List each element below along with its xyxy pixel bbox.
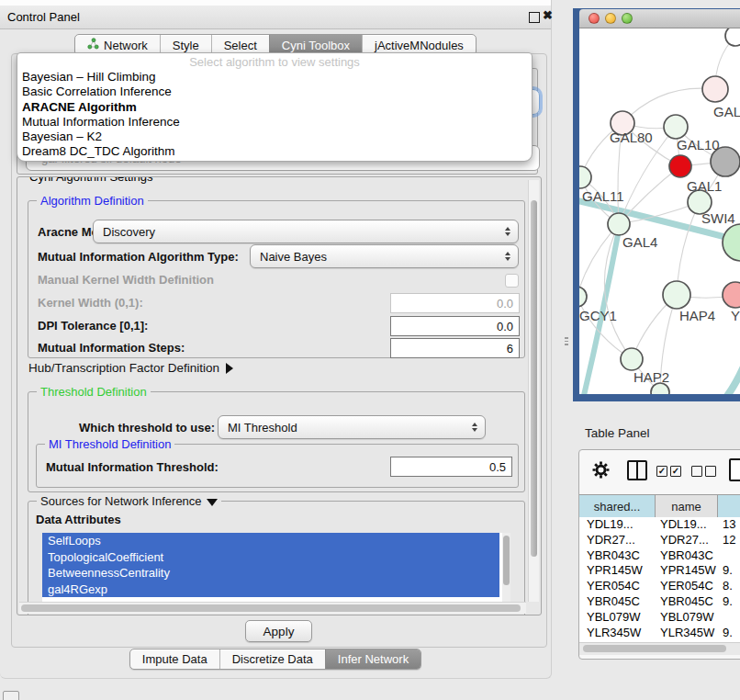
algorithm-option-bayesian-k2[interactable]: Bayesian – K2 [17, 130, 532, 144]
algorithm-dropdown-popup: Select algorithm to view settings Bayesi… [17, 52, 533, 162]
hub-transcription-label: Hub/Transcription Factor Definition [28, 361, 219, 375]
bottom-tab-discretize-data-label: Discretize Data [232, 652, 313, 666]
sources-legend[interactable]: Sources for Network Inference [37, 494, 221, 508]
settings-vertical-scrollbar[interactable] [528, 180, 539, 602]
settings-hscroll-thumb[interactable] [21, 604, 521, 612]
node-gal4-label: GAL4 [622, 234, 657, 250]
node-gal10[interactable] [664, 115, 688, 139]
node-hap2[interactable] [621, 348, 643, 370]
close-icon[interactable]: ✖ [543, 8, 553, 22]
panel-divider-grip[interactable] [564, 337, 569, 346]
table-row-yer054c[interactable]: YER054CYER054C8. [579, 579, 740, 594]
apply-button[interactable]: Apply [245, 620, 312, 642]
cell-value: 12 [723, 533, 740, 548]
unchecked-checkbox-icon[interactable] [691, 466, 702, 477]
dpi-tolerance-field[interactable]: 0.0 [390, 316, 520, 336]
cell-shared-name: YPR145W [587, 563, 655, 579]
settings-vscroll-thumb[interactable] [531, 200, 537, 557]
mi-steps-field[interactable]: 6 [390, 338, 520, 358]
collapsed-arrow-icon [226, 363, 233, 374]
dpi-tolerance-label: DPI Tolerance [0,1]: [38, 319, 148, 333]
mi-type-combo[interactable]: Naive Bayes [250, 244, 519, 268]
mi-threshold-field[interactable]: 0.5 [390, 457, 512, 477]
columns-icon[interactable] [627, 460, 647, 480]
node-gal1[interactable] [669, 155, 691, 177]
attributes-scrollbar[interactable] [502, 533, 510, 604]
cell-value: 9. [723, 594, 740, 610]
expanded-arrow-icon [207, 499, 218, 506]
node-top-partial[interactable] [725, 28, 740, 46]
cell-value: 8. [723, 579, 740, 594]
algorithm-option-dream8-dc-tdc-algorithm[interactable]: Dream8 DC_TDC Algorithm [17, 144, 532, 159]
minimize-traffic-light[interactable] [605, 13, 616, 24]
node-gal-top[interactable] [702, 76, 728, 102]
column-header-shared[interactable]: shared... [579, 495, 656, 518]
table-row-ybr043c[interactable]: YBR043CYBR043C [579, 548, 740, 564]
network-window-titlebar[interactable] [579, 9, 740, 28]
node-gal11[interactable] [579, 166, 591, 188]
node-gal4[interactable] [608, 213, 630, 235]
table-row-ypr145w[interactable]: YPR145WYPR145W9. [579, 563, 740, 579]
attribute-item-selfloops[interactable]: SelfLoops [42, 533, 499, 549]
document-icon[interactable] [729, 458, 740, 481]
tab-network-label: Network [104, 39, 148, 52]
cell-value: 9. [723, 626, 740, 641]
gear-icon[interactable] [592, 461, 610, 482]
node-swi4[interactable] [723, 224, 740, 261]
algorithm-option-mutual-information-inference[interactable]: Mutual Information Inference [17, 115, 532, 130]
attribute-item-topologicalcoefficient[interactable]: TopologicalCoefficient [42, 549, 499, 566]
manual-kernel-checkbox[interactable] [505, 274, 519, 288]
column-header-name[interactable]: name [656, 495, 718, 518]
aracne-mode-combo[interactable]: Discovery [93, 220, 519, 243]
bottom-tab-impute-data[interactable]: Impute Data [130, 649, 219, 669]
node-pink-right[interactable] [723, 282, 740, 308]
unchecked-checkbox-icon[interactable] [705, 466, 716, 477]
table-hscroll-thumb[interactable] [583, 645, 726, 652]
close-traffic-light[interactable] [589, 13, 600, 24]
bottom-corner-icon[interactable] [3, 691, 19, 700]
node-hap4[interactable] [663, 281, 690, 309]
attribute-item-gal4rgexp[interactable]: gal4RGexp [42, 581, 499, 598]
column-header-hidden[interactable] [718, 495, 740, 518]
cell-shared-name: YLR345W [587, 626, 655, 641]
zoom-traffic-light[interactable] [622, 13, 633, 24]
table-row-ylr345w[interactable]: YLR345WYLR345W9. [579, 626, 740, 641]
table-row-ybr045c[interactable]: YBR045CYBR045C9. [579, 594, 740, 610]
table-header-row: shared...name [579, 494, 740, 519]
cell-shared-name: YDL19... [587, 517, 655, 533]
algorithm-option-aracne-algorithm[interactable]: ARACNE Algorithm [17, 100, 532, 115]
tab-style-label: Style [173, 39, 199, 52]
threshold-definition-group: Threshold Definition Which threshold to … [28, 391, 525, 492]
float-window-icon[interactable] [529, 12, 540, 23]
cell-shared-name: YBR043C [587, 548, 655, 564]
settings-horizontal-scrollbar[interactable] [19, 602, 526, 614]
table-row-ydr27[interactable]: YDR27...YDR27...12 [579, 533, 740, 548]
hub-transcription-section-toggle[interactable]: Hub/Transcription Factor Definition [28, 361, 233, 375]
bottom-tab-infer-network[interactable]: Infer Network [325, 649, 420, 669]
data-attributes-list[interactable]: SelfLoopsTopologicalCoefficientBetweenne… [42, 533, 510, 604]
node-gal1-label: GAL1 [687, 178, 722, 194]
which-threshold-combo[interactable]: MI Threshold [218, 415, 486, 439]
network-canvas[interactable]: GALGAL80GAL10GAL1GAL11GAL4SWI4GCY1HAP4YH… [579, 28, 740, 394]
attributes-scrollbar-thumb[interactable] [503, 536, 510, 585]
cell-name: YBL079W [660, 610, 719, 626]
kernel-width-label: Kernel Width (0,1): [38, 296, 143, 310]
network-icon [87, 38, 99, 52]
table-row-ydl19[interactable]: YDL19...YDL19...13 [579, 517, 740, 533]
algorithm-popup-list: Bayesian – Hill ClimbingBasic Correlatio… [17, 70, 532, 160]
aracne-mode-value: Discovery [103, 225, 505, 239]
table-horizontal-scrollbar[interactable] [579, 642, 740, 655]
node-gal80-label: GAL80 [610, 130, 653, 145]
table-body: YDL19...YDL19...13YDR27...YDR27...12YBR0… [579, 517, 740, 642]
table-row-ybl079w[interactable]: YBL079WYBL079W [579, 610, 740, 626]
checked-checkbox-icon[interactable]: ✓ [670, 466, 681, 477]
checked-checkbox-icon[interactable]: ✓ [656, 466, 667, 477]
algorithm-option-basic-correlation-inference[interactable]: Basic Correlation Inference [17, 85, 532, 99]
bottom-tab-discretize-data[interactable]: Discretize Data [219, 649, 325, 669]
kernel-width-field[interactable]: 0.0 [390, 293, 520, 313]
algorithm-option-bayesian-hill-climbing[interactable]: Bayesian – Hill Climbing [17, 70, 532, 85]
node-gcy1[interactable] [579, 287, 587, 307]
attribute-item-betweennesscentrality[interactable]: BetweennessCentrality [42, 565, 499, 581]
cell-name: YBR045C [660, 594, 719, 610]
which-threshold-value: MI Threshold [228, 421, 472, 435]
